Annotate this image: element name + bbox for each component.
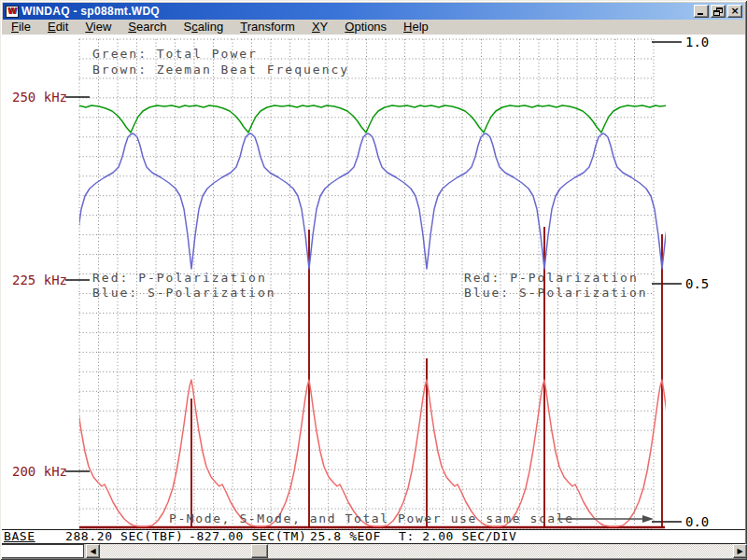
left-tick-200khz: 200 kHz: [12, 465, 67, 479]
status-time-per-div: T: 2.00 SEC/DIV: [399, 530, 516, 543]
left-tick-250khz: 250 kHz: [12, 91, 67, 105]
legend-total-power: Green: Total Power: [92, 47, 258, 62]
legend-p-polarization-right: Red: P-Polarization: [464, 271, 639, 286]
right-tick-05: 0.5: [685, 277, 709, 291]
minimize-button[interactable]: [694, 5, 709, 18]
windaq-window: W WINDAQ - sp088mt.WDQ × File Edit View …: [0, 0, 747, 560]
scroll-right-button[interactable]: ▶: [733, 544, 747, 558]
app-icon: W: [6, 6, 19, 18]
menu-bar: File Edit View Search Scaling Transform …: [3, 20, 744, 35]
window-title: WINDAQ - sp088mt.WDQ: [21, 3, 694, 20]
status-bar: BASE 288.20 SEC(TBF) -827.00 SEC(TM) 25.…: [2, 529, 745, 544]
menu-item-edit[interactable]: Edit: [39, 20, 77, 35]
right-tick-0: 0.0: [685, 515, 709, 529]
scrollbar-thumb[interactable]: [251, 544, 268, 558]
menu-item-help[interactable]: Help: [395, 20, 437, 35]
menu-item-scaling[interactable]: Scaling: [176, 20, 233, 35]
legend-p-polarization-left: Red: P-Polarization: [92, 271, 267, 286]
left-tick-225khz: 225 kHz: [12, 273, 67, 287]
scrollbar-track[interactable]: [100, 544, 733, 558]
status-eof: 25.8 %EOF: [310, 530, 381, 543]
annotation-field[interactable]: [2, 544, 84, 558]
menu-item-file[interactable]: File: [3, 20, 39, 35]
menu-item-search[interactable]: Search: [120, 20, 175, 35]
legend-s-polarization-right: Blue: S-Polarization: [464, 286, 648, 301]
title-bar: W WINDAQ - sp088mt.WDQ ×: [3, 3, 744, 20]
status-tbf: 288.20 SEC(TBF): [65, 530, 183, 543]
scale-note: P-Mode, S-Mode, and Total Power use same…: [169, 511, 574, 526]
minimize-icon: [698, 13, 703, 15]
menu-item-options[interactable]: Options: [336, 20, 395, 35]
scroll-left-icon: ◀: [90, 547, 95, 555]
scroll-right-icon: ▶: [737, 547, 742, 555]
scroll-left-button[interactable]: ◀: [86, 544, 100, 558]
menu-item-view[interactable]: View: [77, 20, 120, 35]
menu-item-xy[interactable]: XY: [303, 20, 336, 35]
menu-item-transform[interactable]: Transform: [232, 20, 303, 35]
restore-button[interactable]: [711, 5, 726, 18]
status-tm: -827.00 SEC(TM): [189, 530, 306, 543]
bottom-bar: ◀ ▶: [2, 544, 745, 558]
close-button[interactable]: ×: [727, 5, 742, 18]
legend-s-polarization-left: Blue: S-Polarization: [92, 286, 276, 301]
right-tick-1: 1.0: [685, 35, 709, 49]
legend-zeeman-beat: Brown: Zeeman Beat Frequency: [92, 63, 349, 77]
status-base-mode[interactable]: BASE: [4, 530, 35, 543]
